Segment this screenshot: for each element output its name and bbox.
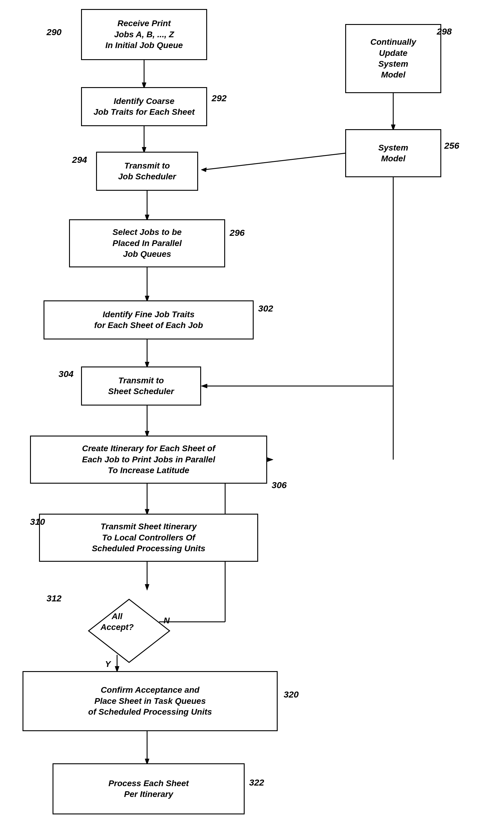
- ref-296: 296: [230, 228, 245, 238]
- select-jobs-box: Select Jobs to be Placed In Parallel Job…: [69, 219, 225, 267]
- svg-marker-26: [267, 457, 273, 462]
- ref-292: 292: [212, 93, 227, 103]
- n-label: N: [163, 616, 169, 625]
- y-label: Y: [105, 659, 111, 669]
- system-model-box: System Model: [345, 129, 441, 177]
- continually-update-box: Continually Update System Model: [345, 24, 441, 93]
- ref-294: 294: [72, 155, 87, 165]
- ref-320: 320: [284, 690, 299, 700]
- confirm-acceptance-box: Confirm Acceptance and Place Sheet in Ta…: [22, 671, 278, 731]
- ref-290: 290: [46, 27, 61, 37]
- all-accept-diamond: All Accept?: [75, 589, 159, 655]
- identify-coarse-box: Identify Coarse Job Traits for Each Shee…: [81, 87, 207, 126]
- create-itinerary-box: Create Itinerary for Each Sheet of Each …: [30, 436, 267, 484]
- ref-256: 256: [444, 140, 459, 151]
- diagram-container: Receive Print Jobs A, B, ..., Z In Initi…: [0, 0, 504, 824]
- transmit-sheet-scheduler-box: Transmit to Sheet Scheduler: [81, 367, 201, 406]
- identify-fine-box: Identify Fine Job Traits for Each Sheet …: [43, 300, 254, 339]
- ref-310: 310: [30, 517, 45, 527]
- process-each-sheet-box: Process Each Sheet Per Itinerary: [52, 763, 245, 814]
- svg-marker-5: [201, 168, 207, 172]
- receive-print-box: Receive Print Jobs A, B, ..., Z In Initi…: [81, 9, 207, 60]
- svg-marker-16: [201, 384, 207, 388]
- diamond-label: All Accept?: [96, 611, 138, 633]
- ref-304: 304: [58, 369, 74, 379]
- ref-322: 322: [249, 778, 264, 788]
- ref-312: 312: [46, 593, 61, 604]
- ref-302: 302: [258, 303, 273, 314]
- svg-line-4: [204, 153, 345, 170]
- ref-298: 298: [437, 26, 452, 37]
- transmit-sheet-itinerary-box: Transmit Sheet Itinerary To Local Contro…: [39, 514, 258, 562]
- ref-306: 306: [272, 480, 287, 490]
- transmit-job-scheduler-box: Transmit to Job Scheduler: [96, 152, 198, 191]
